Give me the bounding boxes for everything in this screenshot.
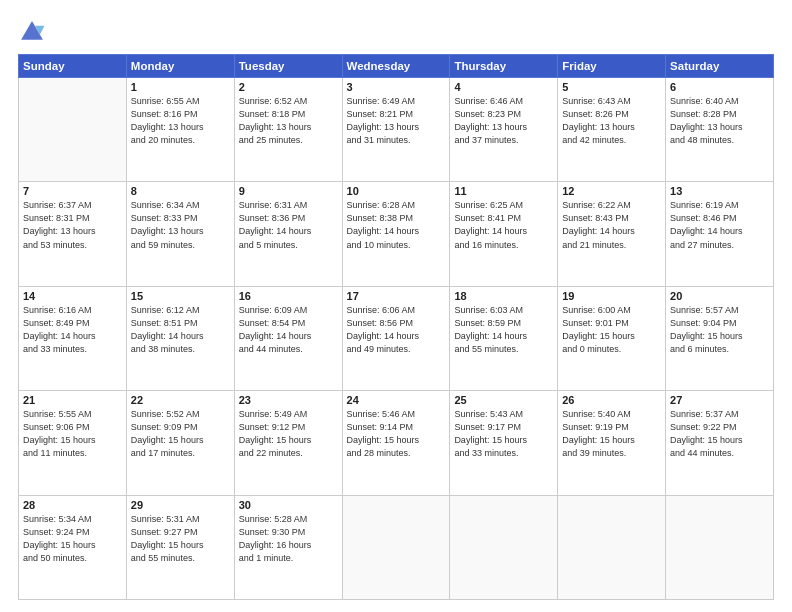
day-info: Sunrise: 6:03 AM Sunset: 8:59 PM Dayligh… bbox=[454, 304, 553, 356]
day-info: Sunrise: 5:40 AM Sunset: 9:19 PM Dayligh… bbox=[562, 408, 661, 460]
calendar-cell: 25Sunrise: 5:43 AM Sunset: 9:17 PM Dayli… bbox=[450, 391, 558, 495]
day-number: 26 bbox=[562, 394, 661, 406]
day-info: Sunrise: 6:16 AM Sunset: 8:49 PM Dayligh… bbox=[23, 304, 122, 356]
day-number: 20 bbox=[670, 290, 769, 302]
calendar-cell: 24Sunrise: 5:46 AM Sunset: 9:14 PM Dayli… bbox=[342, 391, 450, 495]
calendar-week-row: 28Sunrise: 5:34 AM Sunset: 9:24 PM Dayli… bbox=[19, 495, 774, 599]
day-number: 24 bbox=[347, 394, 446, 406]
day-info: Sunrise: 6:28 AM Sunset: 8:38 PM Dayligh… bbox=[347, 199, 446, 251]
calendar-week-row: 14Sunrise: 6:16 AM Sunset: 8:49 PM Dayli… bbox=[19, 286, 774, 390]
day-info: Sunrise: 6:34 AM Sunset: 8:33 PM Dayligh… bbox=[131, 199, 230, 251]
day-number: 8 bbox=[131, 185, 230, 197]
day-info: Sunrise: 6:55 AM Sunset: 8:16 PM Dayligh… bbox=[131, 95, 230, 147]
day-info: Sunrise: 6:52 AM Sunset: 8:18 PM Dayligh… bbox=[239, 95, 338, 147]
day-info: Sunrise: 5:28 AM Sunset: 9:30 PM Dayligh… bbox=[239, 513, 338, 565]
day-info: Sunrise: 5:49 AM Sunset: 9:12 PM Dayligh… bbox=[239, 408, 338, 460]
calendar-header-wednesday: Wednesday bbox=[342, 55, 450, 78]
calendar-cell: 11Sunrise: 6:25 AM Sunset: 8:41 PM Dayli… bbox=[450, 182, 558, 286]
day-number: 17 bbox=[347, 290, 446, 302]
calendar-cell: 28Sunrise: 5:34 AM Sunset: 9:24 PM Dayli… bbox=[19, 495, 127, 599]
calendar-cell: 18Sunrise: 6:03 AM Sunset: 8:59 PM Dayli… bbox=[450, 286, 558, 390]
calendar-cell: 3Sunrise: 6:49 AM Sunset: 8:21 PM Daylig… bbox=[342, 78, 450, 182]
calendar-cell bbox=[19, 78, 127, 182]
day-info: Sunrise: 6:25 AM Sunset: 8:41 PM Dayligh… bbox=[454, 199, 553, 251]
header bbox=[18, 18, 774, 46]
calendar-cell: 30Sunrise: 5:28 AM Sunset: 9:30 PM Dayli… bbox=[234, 495, 342, 599]
calendar-header-saturday: Saturday bbox=[666, 55, 774, 78]
day-number: 23 bbox=[239, 394, 338, 406]
day-number: 15 bbox=[131, 290, 230, 302]
day-info: Sunrise: 6:37 AM Sunset: 8:31 PM Dayligh… bbox=[23, 199, 122, 251]
calendar-cell: 19Sunrise: 6:00 AM Sunset: 9:01 PM Dayli… bbox=[558, 286, 666, 390]
calendar-cell bbox=[450, 495, 558, 599]
calendar-cell: 1Sunrise: 6:55 AM Sunset: 8:16 PM Daylig… bbox=[126, 78, 234, 182]
day-number: 29 bbox=[131, 499, 230, 511]
day-info: Sunrise: 5:55 AM Sunset: 9:06 PM Dayligh… bbox=[23, 408, 122, 460]
day-number: 16 bbox=[239, 290, 338, 302]
calendar-week-row: 21Sunrise: 5:55 AM Sunset: 9:06 PM Dayli… bbox=[19, 391, 774, 495]
calendar-cell: 29Sunrise: 5:31 AM Sunset: 9:27 PM Dayli… bbox=[126, 495, 234, 599]
day-number: 14 bbox=[23, 290, 122, 302]
calendar-cell: 15Sunrise: 6:12 AM Sunset: 8:51 PM Dayli… bbox=[126, 286, 234, 390]
calendar-header-tuesday: Tuesday bbox=[234, 55, 342, 78]
calendar-cell: 10Sunrise: 6:28 AM Sunset: 8:38 PM Dayli… bbox=[342, 182, 450, 286]
calendar-week-row: 1Sunrise: 6:55 AM Sunset: 8:16 PM Daylig… bbox=[19, 78, 774, 182]
day-number: 1 bbox=[131, 81, 230, 93]
logo-icon bbox=[18, 18, 46, 46]
calendar-header-friday: Friday bbox=[558, 55, 666, 78]
calendar-cell: 17Sunrise: 6:06 AM Sunset: 8:56 PM Dayli… bbox=[342, 286, 450, 390]
day-number: 30 bbox=[239, 499, 338, 511]
day-info: Sunrise: 6:40 AM Sunset: 8:28 PM Dayligh… bbox=[670, 95, 769, 147]
day-number: 4 bbox=[454, 81, 553, 93]
day-info: Sunrise: 5:34 AM Sunset: 9:24 PM Dayligh… bbox=[23, 513, 122, 565]
calendar-cell: 22Sunrise: 5:52 AM Sunset: 9:09 PM Dayli… bbox=[126, 391, 234, 495]
calendar-cell: 14Sunrise: 6:16 AM Sunset: 8:49 PM Dayli… bbox=[19, 286, 127, 390]
day-number: 5 bbox=[562, 81, 661, 93]
day-info: Sunrise: 6:46 AM Sunset: 8:23 PM Dayligh… bbox=[454, 95, 553, 147]
day-number: 28 bbox=[23, 499, 122, 511]
calendar-cell: 4Sunrise: 6:46 AM Sunset: 8:23 PM Daylig… bbox=[450, 78, 558, 182]
calendar-cell: 20Sunrise: 5:57 AM Sunset: 9:04 PM Dayli… bbox=[666, 286, 774, 390]
day-number: 6 bbox=[670, 81, 769, 93]
day-info: Sunrise: 6:49 AM Sunset: 8:21 PM Dayligh… bbox=[347, 95, 446, 147]
day-number: 13 bbox=[670, 185, 769, 197]
day-number: 3 bbox=[347, 81, 446, 93]
day-info: Sunrise: 6:22 AM Sunset: 8:43 PM Dayligh… bbox=[562, 199, 661, 251]
day-number: 25 bbox=[454, 394, 553, 406]
day-number: 19 bbox=[562, 290, 661, 302]
calendar-header-row: SundayMondayTuesdayWednesdayThursdayFrid… bbox=[19, 55, 774, 78]
day-number: 18 bbox=[454, 290, 553, 302]
calendar-cell: 2Sunrise: 6:52 AM Sunset: 8:18 PM Daylig… bbox=[234, 78, 342, 182]
calendar-cell: 13Sunrise: 6:19 AM Sunset: 8:46 PM Dayli… bbox=[666, 182, 774, 286]
day-info: Sunrise: 6:00 AM Sunset: 9:01 PM Dayligh… bbox=[562, 304, 661, 356]
page: SundayMondayTuesdayWednesdayThursdayFrid… bbox=[0, 0, 792, 612]
logo bbox=[18, 18, 50, 46]
day-number: 2 bbox=[239, 81, 338, 93]
day-info: Sunrise: 5:46 AM Sunset: 9:14 PM Dayligh… bbox=[347, 408, 446, 460]
calendar-cell: 5Sunrise: 6:43 AM Sunset: 8:26 PM Daylig… bbox=[558, 78, 666, 182]
calendar: SundayMondayTuesdayWednesdayThursdayFrid… bbox=[18, 54, 774, 600]
day-info: Sunrise: 5:52 AM Sunset: 9:09 PM Dayligh… bbox=[131, 408, 230, 460]
day-info: Sunrise: 5:43 AM Sunset: 9:17 PM Dayligh… bbox=[454, 408, 553, 460]
day-info: Sunrise: 5:31 AM Sunset: 9:27 PM Dayligh… bbox=[131, 513, 230, 565]
calendar-cell: 9Sunrise: 6:31 AM Sunset: 8:36 PM Daylig… bbox=[234, 182, 342, 286]
calendar-cell: 26Sunrise: 5:40 AM Sunset: 9:19 PM Dayli… bbox=[558, 391, 666, 495]
day-info: Sunrise: 6:06 AM Sunset: 8:56 PM Dayligh… bbox=[347, 304, 446, 356]
calendar-header-sunday: Sunday bbox=[19, 55, 127, 78]
day-info: Sunrise: 6:19 AM Sunset: 8:46 PM Dayligh… bbox=[670, 199, 769, 251]
day-number: 10 bbox=[347, 185, 446, 197]
calendar-cell: 23Sunrise: 5:49 AM Sunset: 9:12 PM Dayli… bbox=[234, 391, 342, 495]
calendar-cell: 12Sunrise: 6:22 AM Sunset: 8:43 PM Dayli… bbox=[558, 182, 666, 286]
day-number: 12 bbox=[562, 185, 661, 197]
day-info: Sunrise: 6:31 AM Sunset: 8:36 PM Dayligh… bbox=[239, 199, 338, 251]
day-number: 11 bbox=[454, 185, 553, 197]
day-number: 27 bbox=[670, 394, 769, 406]
day-number: 21 bbox=[23, 394, 122, 406]
calendar-cell: 6Sunrise: 6:40 AM Sunset: 8:28 PM Daylig… bbox=[666, 78, 774, 182]
day-info: Sunrise: 5:57 AM Sunset: 9:04 PM Dayligh… bbox=[670, 304, 769, 356]
day-info: Sunrise: 6:43 AM Sunset: 8:26 PM Dayligh… bbox=[562, 95, 661, 147]
calendar-cell bbox=[666, 495, 774, 599]
calendar-cell: 7Sunrise: 6:37 AM Sunset: 8:31 PM Daylig… bbox=[19, 182, 127, 286]
calendar-header-monday: Monday bbox=[126, 55, 234, 78]
day-info: Sunrise: 6:09 AM Sunset: 8:54 PM Dayligh… bbox=[239, 304, 338, 356]
